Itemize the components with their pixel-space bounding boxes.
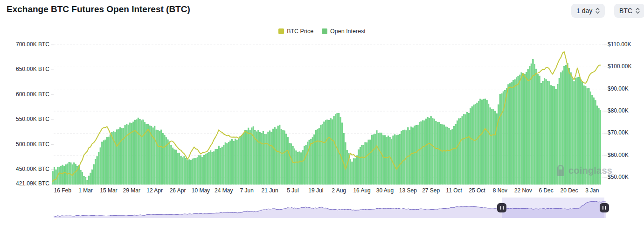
y-axis-label-left: 500.00K BTC [0, 141, 49, 148]
y-axis-label-left: 421.09K BTC [0, 180, 49, 187]
chart-card: Exchange BTC Futures Open Interest (BTC)… [0, 0, 644, 226]
y-axis-label-right: $80.00K [608, 107, 629, 114]
x-axis-label: 3 Jan [577, 187, 607, 194]
y-axis-label-right: $50.00K [608, 174, 629, 181]
navigator-area[interactable] [54, 198, 606, 218]
navigator-handle-left[interactable] [497, 203, 506, 212]
y-axis-label-left: 700.00K BTC [0, 41, 49, 48]
y-axis-label-right: $90.00K [608, 85, 629, 92]
plot-area[interactable] [54, 45, 604, 184]
y-axis-label-left: 450.00K BTC [0, 166, 49, 173]
y-axis-label-left: 600.00K BTC [0, 91, 49, 98]
y-axis-label-left: 650.00K BTC [0, 66, 49, 73]
y-axis-label-right: $110.00K [608, 41, 631, 48]
navigator-handle-right[interactable] [600, 203, 609, 212]
y-axis-label-left: 550.00K BTC [0, 116, 49, 123]
y-axis-label-right: $60.00K [608, 152, 629, 159]
y-axis-label-right: $70.00K [608, 129, 629, 136]
y-axis-label-right: $100.00K [608, 63, 631, 70]
